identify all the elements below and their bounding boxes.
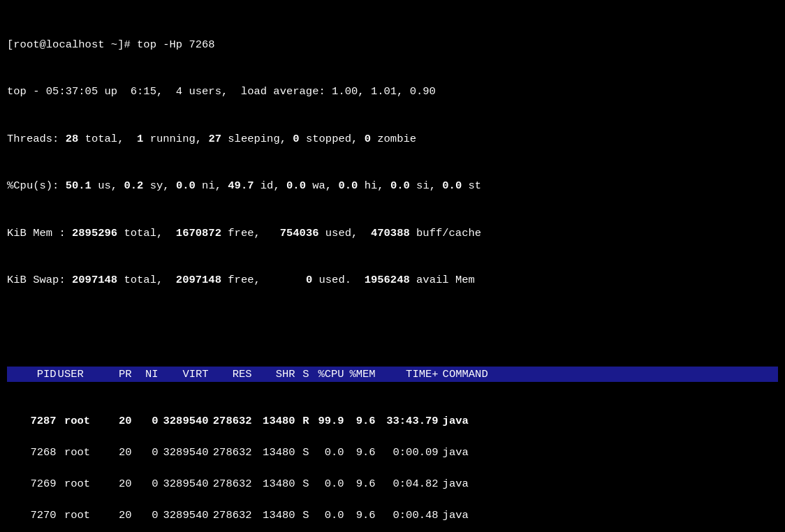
table-header-row: PIDUSERPRNIVIRTRESSHRS%CPU%MEMTIME+COMMA… [7,367,778,382]
cell-cpu: 0.0 [309,445,344,460]
mem-line: KiB Mem : 2895296 total, 1670872 free, 7… [7,226,778,241]
cell-shr: 13480 [252,445,295,460]
cell-pid: 7287 [20,413,57,429]
col-header-virt: VIRT [159,367,209,382]
col-header-s: S [295,367,309,382]
cell-pr: 20 [105,476,132,492]
cell-time: 0:00.09 [376,445,439,460]
cell-res: 278632 [209,508,252,523]
cell-virt: 3289540 [159,508,209,523]
cell-s: S [295,476,309,492]
swap-line: KiB Swap: 2097148 total, 2097148 free, 0… [7,272,778,288]
cell-pr: 20 [105,508,132,523]
cell-virt: 3289540 [159,476,209,492]
cell-mem: 9.6 [344,476,376,492]
cell-res: 278632 [209,445,252,460]
col-header-user: USER [57,367,105,382]
cell-cmd: java [439,445,494,460]
cell-cpu: 0.0 [309,476,344,492]
threads-line: Threads: 28 total, 1 running, 27 sleepin… [7,131,778,147]
cell-user: root [57,413,105,429]
cell-mem: 9.6 [344,413,376,429]
table-row: 7270 root200328954027863213480S0.09.60:0… [7,508,778,523]
prompt-line: [root@localhost ~]# top -Hp 7268 [7,37,778,52]
cell-mem: 9.6 [344,508,376,523]
cell-res: 278632 [209,413,252,429]
cell-shr: 13480 [252,413,295,429]
col-header-shr: SHR [252,367,295,382]
cell-time: 33:43.79 [376,413,439,429]
col-header-mem: %MEM [344,367,376,382]
cell-shr: 13480 [252,476,295,492]
cell-res: 278632 [209,476,252,492]
cell-time: 0:00.48 [376,508,439,523]
terminal-output: [root@localhost ~]# top -Hp 7268 top - 0… [7,6,778,532]
table-row: 7287 root200328954027863213480R99.99.633… [7,413,778,429]
cell-pid: 7270 [20,508,57,523]
cell-cmd: java [439,508,494,523]
cell-ni: 0 [132,476,159,492]
col-header-res: RES [209,367,252,382]
cell-virt: 3289540 [159,413,209,429]
cell-cmd: java [439,413,494,429]
cell-time: 0:04.82 [376,476,439,492]
cell-pid: 7268 [20,445,57,460]
cell-mem: 9.6 [344,445,376,460]
cell-cpu: 0.0 [309,508,344,523]
col-header-cmd: COMMAND [439,367,494,382]
col-header-pr: PR [105,367,132,382]
table-row: 7268 root200328954027863213480S0.09.60:0… [7,445,778,460]
cell-s: S [295,508,309,523]
cell-pr: 20 [105,413,132,429]
cell-pr: 20 [105,445,132,460]
cell-shr: 13480 [252,508,295,523]
cell-ni: 0 [132,413,159,429]
cell-ni: 0 [132,508,159,523]
col-header-cpu: %CPU [309,367,344,382]
table-row: 7269 root200328954027863213480S0.09.60:0… [7,476,778,492]
cell-user: root [57,508,105,523]
cell-cpu: 99.9 [309,413,344,429]
cpu-line: %Cpu(s): 50.1 us, 0.2 sy, 0.0 ni, 49.7 i… [7,178,778,193]
cell-s: S [295,445,309,460]
cell-s: R [295,413,309,429]
cell-ni: 0 [132,445,159,460]
cell-virt: 3289540 [159,445,209,460]
cell-cmd: java [439,476,494,492]
process-table: 7287 root200328954027863213480R99.99.633… [7,413,778,532]
col-header-ni: NI [132,367,159,382]
col-header-pid: PID [20,367,57,382]
cell-pid: 7269 [20,476,57,492]
top-time-line: top - 05:37:05 up 6:15, 4 users, load av… [7,84,778,99]
col-header-time: TIME+ [376,367,439,382]
cell-user: root [57,445,105,460]
cell-user: root [57,476,105,492]
